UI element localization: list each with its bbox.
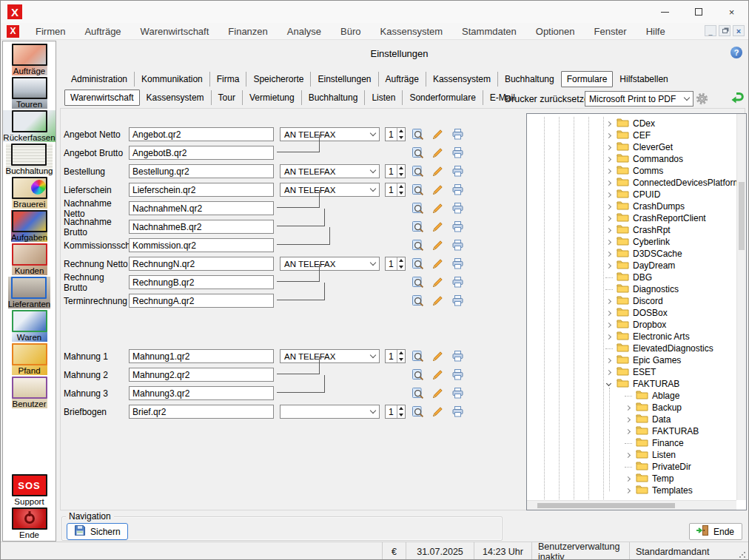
copies-spinner[interactable]: 1 bbox=[385, 164, 406, 178]
sidebar-item-ende[interactable]: Ende bbox=[12, 507, 47, 539]
preview-icon[interactable] bbox=[412, 294, 424, 307]
report-file-input[interactable]: RechnungN.qr2 bbox=[129, 257, 274, 271]
tree-item[interactable]: Dropbox bbox=[527, 319, 736, 331]
tab[interactable]: Buchhaltung bbox=[301, 90, 365, 105]
spinner-up-icon[interactable] bbox=[397, 128, 405, 135]
edit-pencil-icon[interactable] bbox=[431, 239, 444, 252]
menu-item[interactable]: Optionen bbox=[526, 24, 585, 39]
copies-spinner[interactable]: 1 bbox=[385, 257, 406, 271]
tree-expand-icon[interactable] bbox=[605, 238, 614, 246]
tab[interactable]: Administration bbox=[64, 72, 134, 87]
copies-spinner[interactable]: 1 bbox=[385, 405, 406, 419]
print-icon[interactable] bbox=[451, 276, 464, 289]
tab[interactable]: Kommunikation bbox=[134, 72, 209, 87]
tab[interactable]: Kassensystem bbox=[426, 72, 497, 87]
spinner-down-icon[interactable] bbox=[397, 264, 405, 271]
tree-item[interactable]: Temp bbox=[527, 473, 736, 485]
print-icon[interactable] bbox=[451, 294, 464, 307]
tab[interactable]: Formulare bbox=[561, 71, 614, 87]
sidebar-item[interactable]: Waren bbox=[12, 310, 47, 342]
report-file-input[interactable]: Lieferschein.qr2 bbox=[129, 183, 274, 197]
spinner-up-icon[interactable] bbox=[397, 165, 405, 172]
tree-expand-icon[interactable] bbox=[625, 428, 633, 436]
tree-horizontal-scrollbar[interactable] bbox=[527, 500, 736, 510]
spinner-down-icon[interactable] bbox=[397, 135, 405, 141]
menu-item[interactable]: Analyse bbox=[278, 24, 331, 39]
print-icon[interactable] bbox=[451, 165, 464, 178]
tab[interactable]: Einstellungen bbox=[310, 72, 377, 87]
preview-icon[interactable] bbox=[412, 128, 424, 141]
preview-icon[interactable] bbox=[412, 165, 424, 178]
tree-expand-icon[interactable] bbox=[605, 155, 614, 163]
fax-printer-select[interactable] bbox=[280, 405, 380, 419]
scrollbar-thumb[interactable] bbox=[739, 182, 745, 250]
tree-item[interactable]: Data bbox=[527, 414, 736, 425]
report-file-input[interactable]: Mahnung2.qr2 bbox=[129, 368, 274, 382]
tree-expand-icon[interactable] bbox=[625, 463, 633, 471]
tree-expand-icon[interactable] bbox=[605, 345, 614, 353]
tree-expand-icon[interactable] bbox=[605, 203, 614, 211]
tab[interactable]: Sonderformulare bbox=[402, 90, 482, 105]
sidebar-item[interactable]: Lieferanten bbox=[8, 277, 51, 308]
sidebar-item[interactable]: Brauerei bbox=[12, 177, 47, 209]
report-file-input[interactable]: Brief.qr2 bbox=[129, 405, 274, 419]
edit-pencil-icon[interactable] bbox=[431, 183, 444, 196]
menu-item[interactable]: Finanzen bbox=[218, 24, 277, 39]
edit-pencil-icon[interactable] bbox=[431, 368, 444, 381]
tree-expand-icon[interactable] bbox=[605, 368, 614, 377]
tree-expand-icon[interactable] bbox=[625, 392, 633, 400]
spinner-buttons[interactable] bbox=[397, 183, 405, 196]
help-icon[interactable]: ? bbox=[730, 47, 742, 58]
undo-arrow-icon[interactable] bbox=[730, 92, 745, 107]
tree-expand-icon[interactable] bbox=[605, 297, 614, 306]
tree-item[interactable]: Backup bbox=[527, 402, 736, 414]
menu-item[interactable]: Firmen bbox=[26, 24, 75, 39]
spinner-buttons[interactable] bbox=[397, 350, 405, 362]
spinner-buttons[interactable] bbox=[397, 257, 405, 270]
tree-item[interactable]: CEF bbox=[527, 129, 736, 141]
edit-pencil-icon[interactable] bbox=[431, 165, 444, 178]
preview-icon[interactable] bbox=[412, 405, 424, 418]
tree-expand-icon[interactable] bbox=[605, 132, 614, 140]
tree-item[interactable]: CPUID bbox=[527, 189, 736, 200]
report-file-input[interactable]: Bestellung.qr2 bbox=[129, 164, 274, 178]
tree-expand-icon[interactable] bbox=[605, 309, 614, 317]
tab[interactable]: Aufträge bbox=[378, 72, 426, 87]
printer-select[interactable]: Microsoft Print to PDF bbox=[585, 91, 693, 107]
menu-item[interactable]: Fenster bbox=[585, 24, 637, 39]
resize-grip[interactable] bbox=[739, 551, 746, 559]
menu-item[interactable]: Aufträge bbox=[75, 24, 130, 39]
tree-item[interactable]: Finance bbox=[527, 437, 736, 449]
preview-icon[interactable] bbox=[412, 387, 424, 399]
maximize-button[interactable] bbox=[682, 1, 715, 23]
tab[interactable]: Firma bbox=[209, 72, 246, 87]
tree-item[interactable]: DBG bbox=[527, 271, 736, 283]
tree-item[interactable]: CleverGet bbox=[527, 141, 736, 153]
preview-icon[interactable] bbox=[412, 239, 424, 252]
sidebar-item[interactable]: Aufträge bbox=[12, 44, 47, 75]
tab[interactable]: Buchhaltung bbox=[497, 72, 561, 87]
tree-item[interactable]: CDex bbox=[527, 118, 736, 129]
tree-item[interactable]: PrivateDir bbox=[527, 461, 736, 473]
preview-icon[interactable] bbox=[412, 202, 424, 215]
tree-expand-icon[interactable] bbox=[625, 404, 633, 412]
tree-expand-icon[interactable] bbox=[605, 357, 614, 365]
tree-expand-icon[interactable] bbox=[605, 215, 614, 223]
spinner-down-icon[interactable] bbox=[397, 357, 405, 363]
edit-pencil-icon[interactable] bbox=[431, 350, 444, 362]
spinner-down-icon[interactable] bbox=[397, 190, 405, 197]
tree-item[interactable]: ElevatedDiagnostics bbox=[527, 343, 736, 354]
copies-spinner[interactable]: 1 bbox=[385, 349, 406, 363]
edit-pencil-icon[interactable] bbox=[431, 294, 444, 307]
sidebar-item[interactable]: Rückerfassen bbox=[3, 110, 55, 142]
tree-item[interactable]: ESET bbox=[527, 366, 736, 378]
spinner-up-icon[interactable] bbox=[397, 405, 405, 412]
edit-pencil-icon[interactable] bbox=[431, 220, 444, 233]
tree-item[interactable]: ConnectedDevicesPlatform bbox=[527, 177, 736, 189]
print-icon[interactable] bbox=[451, 368, 464, 381]
print-icon[interactable] bbox=[451, 387, 464, 399]
preview-icon[interactable] bbox=[412, 146, 424, 159]
preview-icon[interactable] bbox=[412, 257, 424, 270]
preview-icon[interactable] bbox=[412, 350, 424, 362]
sidebar-item[interactable]: Pfand bbox=[12, 343, 47, 375]
